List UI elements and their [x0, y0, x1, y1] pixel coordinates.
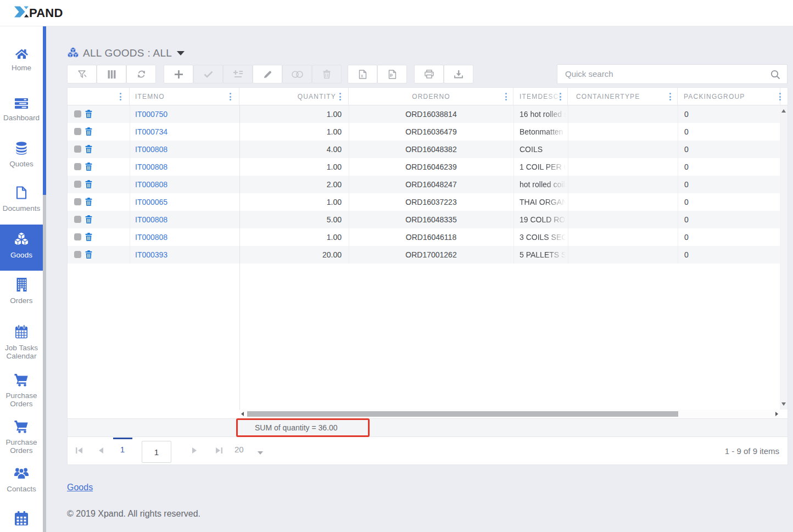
- svg-text:x: x: [361, 72, 364, 78]
- svg-text:PAND: PAND: [29, 6, 63, 18]
